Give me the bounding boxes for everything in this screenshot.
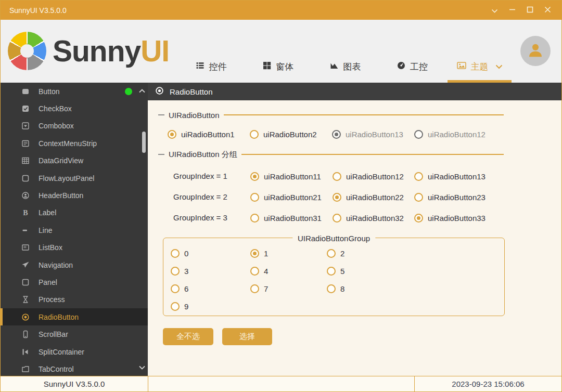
split-container-icon: [21, 348, 30, 356]
radio-uiRadioButton1[interactable]: uiRadioButton1: [168, 129, 235, 139]
radio-uiRadioButton2[interactable]: uiRadioButton2: [250, 129, 317, 139]
radio-circle: [171, 249, 180, 258]
radio-uiRadioButton12[interactable]: uiRadioButton12: [414, 129, 486, 139]
image-icon: [457, 61, 466, 72]
tab-controls[interactable]: 控件: [177, 57, 245, 83]
radio-option-4[interactable]: 4: [250, 266, 268, 276]
radio-option-2[interactable]: 2: [327, 248, 344, 258]
radio-circle: [414, 172, 423, 181]
list-box-icon: [21, 243, 30, 252]
tab-charts[interactable]: 图表: [312, 57, 379, 83]
sidebar-scroll-up[interactable]: [139, 86, 145, 95]
deselect-all-button[interactable]: 全不选: [163, 328, 213, 345]
maximize-button[interactable]: [522, 4, 538, 17]
radio-option-6[interactable]: 6: [171, 283, 188, 294]
radio-button-group-box: UIRadioButtonGroup 0 1 2 3 4 5 6 7 8 9: [163, 238, 505, 316]
tab-themes[interactable]: 主题: [446, 57, 513, 83]
radio-uiRadioButton12-g1[interactable]: uiRadioButton12: [333, 171, 404, 181]
tab-label: 窗体: [276, 61, 293, 73]
radio-option-0[interactable]: 0: [171, 248, 188, 258]
tab-label: 图表: [343, 61, 361, 73]
tab-industrial[interactable]: 工控: [379, 57, 446, 83]
radio-button-icon: [21, 313, 30, 321]
sidebar-item-panel[interactable]: Panel: [1, 273, 148, 291]
main-panel: RadioButton UIRadioButton uiRadioButton1…: [148, 83, 561, 376]
radio-circle: [171, 284, 180, 293]
svg-text:B: B: [23, 209, 28, 217]
radio-circle: [333, 193, 341, 202]
sidebar-item-scrollbar[interactable]: ScrollBar: [1, 325, 148, 343]
group-title: UIRadioButton 分组: [169, 150, 237, 160]
sidebar-item-process[interactable]: Process: [1, 291, 148, 308]
radio-circle: [327, 267, 336, 276]
radio-uiRadioButton21[interactable]: uiRadioButton21: [250, 192, 322, 202]
combobox-icon: [21, 122, 30, 130]
sidebar: Button CheckBox Combobox ContextMenuStri…: [1, 83, 148, 376]
sidebar-scrollbar-thumb[interactable]: [142, 132, 146, 153]
main-nav: 控件 窗体 图表 工控 主题: [177, 57, 513, 83]
status-middle: [148, 376, 414, 391]
sidebar-item-flowlayoutpanel[interactable]: FlowLayoutPanel: [1, 169, 148, 187]
sidebar-item-button[interactable]: Button: [1, 83, 148, 100]
sidebar-item-line[interactable]: Line: [1, 221, 148, 239]
page-content: UIRadioButton uiRadioButton1 uiRadioButt…: [148, 100, 561, 376]
radio-option-1[interactable]: 1: [250, 248, 268, 258]
sidebar-item-navigation[interactable]: Navigation: [1, 256, 148, 273]
app-window: SunnyUI V3.5.0.0 SunnyUI 控件: [0, 0, 562, 392]
radio-circle: [250, 214, 259, 223]
radio-uiRadioButton31[interactable]: uiRadioButton31: [250, 213, 322, 223]
radio-option-5[interactable]: 5: [327, 266, 344, 276]
radio-circle: [327, 249, 336, 258]
radio-circle: [171, 302, 180, 311]
select-button[interactable]: 选择: [222, 328, 272, 345]
radio-option-9[interactable]: 9: [171, 301, 188, 311]
radio-uiRadioButton33[interactable]: uiRadioButton33: [414, 213, 486, 223]
radio-uiRadioButton11[interactable]: uiRadioButton11: [250, 171, 321, 181]
tab-forms[interactable]: 窗体: [245, 57, 312, 83]
radio-uiRadioButton13[interactable]: uiRadioButton13: [332, 129, 403, 139]
sidebar-item-radiobutton[interactable]: RadioButton: [1, 308, 148, 325]
flow-layout-icon: [21, 174, 30, 182]
checkbox-icon: [21, 104, 30, 113]
radio-option-8[interactable]: 8: [327, 283, 344, 294]
radio-uiRadioButton32[interactable]: uiRadioButton32: [333, 213, 404, 223]
radio-uiRadioButton13-g1[interactable]: uiRadioButton13: [414, 171, 486, 181]
sidebar-item-label[interactable]: B Label: [1, 204, 148, 221]
group-index-label: GroupIndex = 2: [173, 192, 227, 202]
sidebar-item-contextmenustrip[interactable]: ContextMenuStrip: [1, 135, 148, 152]
close-button[interactable]: [540, 4, 555, 17]
sidebar-item-combobox[interactable]: Combobox: [1, 117, 148, 135]
sidebar-item-datagridview[interactable]: DataGridView: [1, 152, 148, 169]
sidebar-item-checkbox[interactable]: CheckBox: [1, 100, 148, 117]
group-title: UIRadioButton: [169, 111, 220, 120]
sidebar-item-tabcontrol[interactable]: TabControl: [1, 360, 148, 376]
groupbox-title: UIRadioButtonGroup: [292, 234, 375, 243]
app-header: SunnyUI 控件 窗体 图表 工控 主题: [1, 20, 561, 83]
style-dropdown-button[interactable]: [487, 4, 502, 17]
user-avatar[interactable]: [520, 36, 551, 66]
minimize-button[interactable]: [504, 4, 520, 17]
tab-label: 控件: [209, 61, 227, 73]
gauge-icon: [397, 61, 405, 72]
radio-uiRadioButton23[interactable]: uiRadioButton23: [414, 192, 486, 202]
radio-uiRadioButton22[interactable]: uiRadioButton22: [333, 192, 404, 202]
radio-circle: [332, 130, 341, 139]
radio-option-3[interactable]: 3: [171, 266, 188, 276]
status-bar: SunnyUI V3.5.0.0 2023-09-23 15:06:06: [1, 376, 561, 391]
radio-circle: [250, 284, 259, 293]
divider: [224, 114, 504, 115]
radio-option-7[interactable]: 7: [250, 283, 268, 294]
sidebar-item-listbox[interactable]: ListBox: [1, 239, 148, 256]
status-version: SunnyUI V3.5.0.0: [1, 376, 148, 391]
label-icon: B: [21, 208, 30, 217]
sidebar-item-headerbutton[interactable]: HeaderButton: [1, 187, 148, 204]
sidebar-item-splitcontainer[interactable]: SplitContainer: [1, 343, 148, 360]
radio-circle: [414, 214, 423, 223]
window-controls: [487, 4, 555, 17]
sidebar-scroll-down[interactable]: [139, 362, 145, 372]
radio-circle: [333, 214, 341, 223]
header-button-icon: [21, 191, 30, 200]
window-title: SunnyUI V3.5.0.0: [9, 6, 67, 15]
group-index-label: GroupIndex = 1: [173, 171, 227, 181]
tab-label: 主题: [471, 61, 489, 73]
